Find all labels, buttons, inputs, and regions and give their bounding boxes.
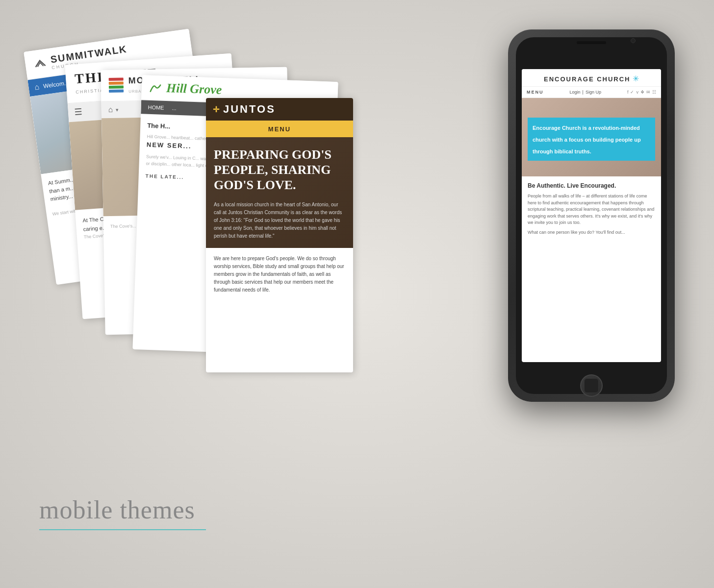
phone-hero-image: Encourage Church is a revolution-minded … <box>522 98 661 176</box>
hero-blue-box: Encourage Church is a revolution-minded … <box>528 118 655 161</box>
cove-nav-icon: ☰ <box>74 106 82 118</box>
juntos-title: JUNTOS <box>223 103 276 116</box>
juntos-menu-label: MENU <box>268 125 291 133</box>
phone-social-icons: f ✓ v ❖ ✉ ☷ <box>627 90 656 95</box>
iphone-home-inner <box>584 378 599 393</box>
juntos-hero: PREPARING GOD'S PEOPLE, SHARING GOD'S LO… <box>206 137 353 248</box>
cross-icon: ✛ <box>213 105 219 114</box>
mosaic-nav-arrow: ▾ <box>116 106 119 113</box>
phone-navigation: MENU Login | Sign Up f ✓ v ❖ ✉ ☷ <box>522 87 661 98</box>
juntos-body2-section: We are here to prepare God's people. We … <box>206 248 353 301</box>
facebook-icon[interactable]: f <box>627 90 629 95</box>
hero-blue-text: Encourage Church is a revolution-minded … <box>533 125 641 154</box>
iphone-inner: ENCOURAGE CHURCH ✳ MENU Login | Sign Up … <box>516 37 667 394</box>
phone-content: Be Authentic. Live Encouraged. People fr… <box>522 176 661 242</box>
summitwalk-welcome: Welcom... <box>43 79 70 90</box>
hillgrove-logo-icon <box>150 83 162 93</box>
hillgrove-name: Hill Grove <box>166 81 222 98</box>
juntos-menu-bar: MENU <box>206 121 353 137</box>
mosaic-stripes-icon <box>109 77 124 94</box>
juntos-header: ✛ JUNTOS <box>206 98 353 121</box>
juntos-body1: As a local mission church in the heart o… <box>214 201 345 240</box>
summitwalk-logo-icon <box>33 57 48 70</box>
be-authentic-heading: Be Authentic. Live Encouraged. <box>528 182 655 189</box>
house-icon: ⌂ <box>34 82 40 92</box>
vimeo-icon[interactable]: v <box>636 90 638 95</box>
iphone-home-button[interactable] <box>580 374 603 397</box>
encourage-church-title: ENCOURAGE CHURCH ✳ <box>528 74 655 83</box>
email-icon[interactable]: ✉ <box>646 90 650 95</box>
twitter-icon[interactable]: ✓ <box>630 90 634 95</box>
phone-hero-overlay: Encourage Church is a revolution-minded … <box>522 113 661 166</box>
juntos-body2-text: We are here to prepare God's people. We … <box>214 255 345 294</box>
hillgrove-ellipsis: ... <box>172 105 177 111</box>
hillgrove-home: HOME <box>148 104 164 111</box>
phone-login-link[interactable]: Login <box>570 90 581 95</box>
juntos-headline: PREPARING GOD'S PEOPLE, SHARING GOD'S LO… <box>214 147 345 193</box>
iphone-camera-icon <box>631 38 636 43</box>
rss-icon[interactable]: ☷ <box>652 90 656 95</box>
phone-auth-links: Login | Sign Up <box>570 90 601 95</box>
iphone-speaker <box>577 41 606 44</box>
iphone-outer: ENCOURAGE CHURCH ✳ MENU Login | Sign Up … <box>508 29 675 402</box>
mobile-themes-label: mobile themes <box>39 495 195 524</box>
be-authentic-body: People from all walks of life – at diffe… <box>528 193 655 226</box>
phone-screen: ENCOURAGE CHURCH ✳ MENU Login | Sign Up … <box>522 69 661 362</box>
phone-separator: | <box>583 90 584 95</box>
phone-encourage-header: ENCOURAGE CHURCH ✳ <box>522 69 661 87</box>
phone-signup-link[interactable]: Sign Up <box>586 90 601 95</box>
iphone-frame: ENCOURAGE CHURCH ✳ MENU Login | Sign Up … <box>508 29 675 402</box>
card-juntos: ✛ JUNTOS MENU PREPARING GOD'S PEOPLE, SH… <box>206 98 353 372</box>
cards-stack: SUMMITWALK CHURCH ⌂ Welcom... At Summ...… <box>29 29 382 431</box>
mosaic-home-icon: ⌂ <box>108 105 113 114</box>
pinterest-icon[interactable]: ❖ <box>640 90 644 95</box>
phone-menu-label[interactable]: MENU <box>527 90 544 95</box>
mobile-themes-underline <box>39 529 206 530</box>
what-can-text: What can one person like you do? You'll … <box>528 229 655 236</box>
